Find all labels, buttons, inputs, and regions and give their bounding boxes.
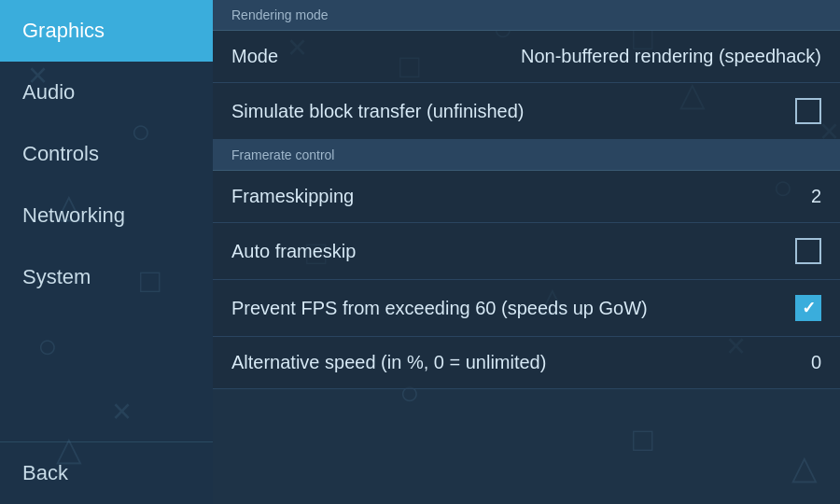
setting-auto-frameskip[interactable]: Auto frameskip — [213, 223, 840, 280]
sidebar-item-system[interactable]: System — [0, 246, 213, 308]
prevent-fps-label: Prevent FPS from exceeding 60 (speeds up… — [231, 298, 795, 319]
simulate-block-transfer-label: Simulate block transfer (unfinished) — [231, 101, 795, 122]
setting-frameskipping[interactable]: Frameskipping 2 — [213, 171, 840, 223]
prevent-fps-checkbox[interactable] — [795, 295, 821, 321]
frameskipping-label: Frameskipping — [231, 186, 796, 207]
sidebar-item-audio[interactable]: Audio — [0, 62, 213, 123]
alternative-speed-value: 0 — [811, 352, 821, 373]
setting-prevent-fps[interactable]: Prevent FPS from exceeding 60 (speeds up… — [213, 280, 840, 337]
setting-simulate-block-transfer[interactable]: Simulate block transfer (unfinished) — [213, 83, 840, 140]
auto-frameskip-checkbox[interactable] — [795, 238, 821, 264]
main-content: × ○ △ □ × ○ □ △ × ○ □ △ × □ Rendering mo… — [213, 0, 840, 504]
back-button[interactable]: Back — [0, 441, 213, 504]
setting-mode[interactable]: Mode Non-buffered rendering (speedhack) — [213, 31, 840, 83]
framerate-control-header: Framerate control — [213, 140, 840, 171]
sidebar-item-networking[interactable]: Networking — [0, 185, 213, 246]
alternative-speed-label: Alternative speed (in %, 0 = unlimited) — [231, 352, 796, 373]
auto-frameskip-label: Auto frameskip — [231, 241, 795, 262]
mode-label: Mode — [231, 46, 506, 67]
sidebar-item-graphics[interactable]: Graphics — [0, 0, 213, 62]
mode-value: Non-buffered rendering (speedhack) — [521, 46, 821, 67]
setting-alternative-speed[interactable]: Alternative speed (in %, 0 = unlimited) … — [213, 337, 840, 389]
simulate-block-transfer-checkbox[interactable] — [795, 98, 821, 124]
sidebar: × ○ △ □ ○ × △ Graphics Audio Controls Ne… — [0, 0, 213, 504]
frameskipping-value: 2 — [811, 186, 821, 207]
rendering-mode-header: Rendering mode — [213, 0, 840, 31]
sidebar-item-controls[interactable]: Controls — [0, 123, 213, 185]
